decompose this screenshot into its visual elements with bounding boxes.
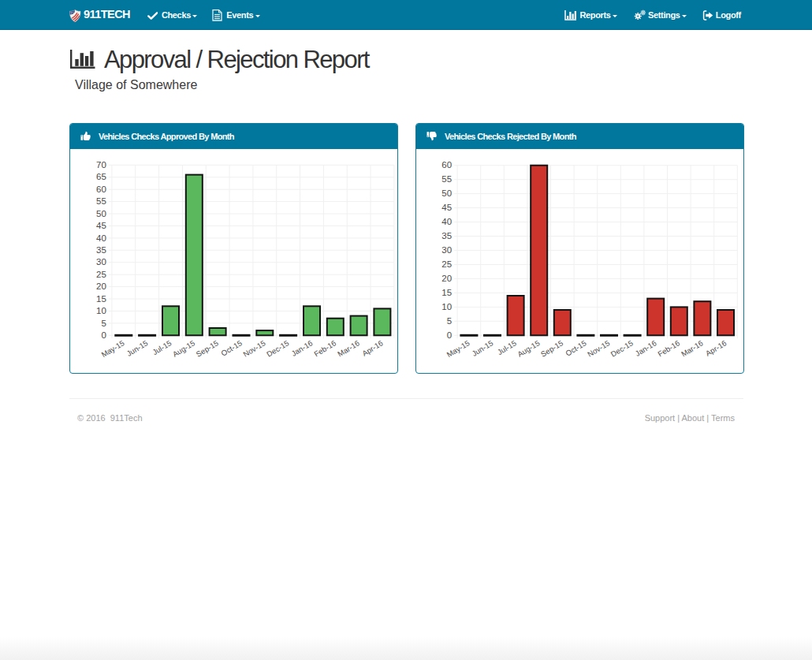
- svg-text:Feb-16: Feb-16: [656, 338, 681, 358]
- svg-text:0: 0: [446, 330, 451, 340]
- svg-text:55: 55: [441, 174, 452, 184]
- svg-text:35: 35: [96, 245, 106, 255]
- svg-text:65: 65: [96, 172, 106, 181]
- svg-text:Aug-15: Aug-15: [516, 338, 541, 358]
- svg-text:Sep-15: Sep-15: [194, 338, 219, 358]
- svg-text:Jul-15: Jul-15: [151, 338, 173, 356]
- svg-text:40: 40: [96, 233, 106, 242]
- svg-text:Aug-15: Aug-15: [170, 338, 196, 358]
- svg-text:10: 10: [441, 302, 452, 311]
- svg-text:0: 0: [101, 330, 106, 340]
- svg-text:Nov-15: Nov-15: [241, 338, 266, 358]
- svg-text:25: 25: [441, 259, 452, 269]
- svg-text:Jun-15: Jun-15: [470, 338, 494, 358]
- svg-text:35: 35: [441, 231, 452, 241]
- svg-text:50: 50: [441, 188, 452, 198]
- svg-text:20: 20: [96, 282, 106, 291]
- svg-text:60: 60: [441, 160, 452, 170]
- svg-text:Dec-15: Dec-15: [609, 338, 634, 358]
- svg-text:50: 50: [96, 208, 106, 218]
- svg-text:45: 45: [96, 221, 106, 230]
- svg-text:5: 5: [446, 316, 451, 326]
- svg-text:Feb-16: Feb-16: [312, 338, 337, 358]
- svg-text:Oct-15: Oct-15: [219, 338, 243, 357]
- svg-text:Mar-16: Mar-16: [336, 338, 361, 358]
- svg-text:May-15: May-15: [99, 338, 125, 359]
- svg-text:Oct-15: Oct-15: [564, 338, 587, 357]
- svg-text:10: 10: [96, 306, 106, 315]
- svg-text:Mar-16: Mar-16: [680, 338, 705, 358]
- svg-text:5: 5: [101, 318, 106, 327]
- svg-text:May-15: May-15: [445, 338, 471, 359]
- svg-text:Dec-15: Dec-15: [265, 338, 290, 358]
- svg-text:Jul-15: Jul-15: [495, 338, 517, 356]
- svg-text:Sep-15: Sep-15: [538, 338, 564, 358]
- svg-text:15: 15: [441, 288, 452, 297]
- svg-text:30: 30: [96, 257, 106, 267]
- svg-text:Apr-16: Apr-16: [360, 338, 384, 357]
- svg-text:25: 25: [96, 269, 106, 278]
- svg-text:30: 30: [441, 245, 452, 255]
- svg-text:15: 15: [96, 293, 106, 303]
- svg-text:Jun-15: Jun-15: [125, 338, 149, 358]
- svg-text:55: 55: [96, 196, 106, 206]
- svg-text:20: 20: [441, 274, 452, 283]
- svg-text:40: 40: [441, 217, 452, 226]
- svg-text:70: 70: [96, 160, 106, 170]
- svg-text:60: 60: [96, 184, 106, 193]
- svg-text:45: 45: [441, 203, 452, 212]
- svg-text:Jan-16: Jan-16: [633, 338, 657, 358]
- svg-text:Nov-15: Nov-15: [586, 338, 611, 358]
- svg-text:Jan-16: Jan-16: [289, 338, 314, 358]
- svg-text:Apr-16: Apr-16: [703, 338, 727, 357]
